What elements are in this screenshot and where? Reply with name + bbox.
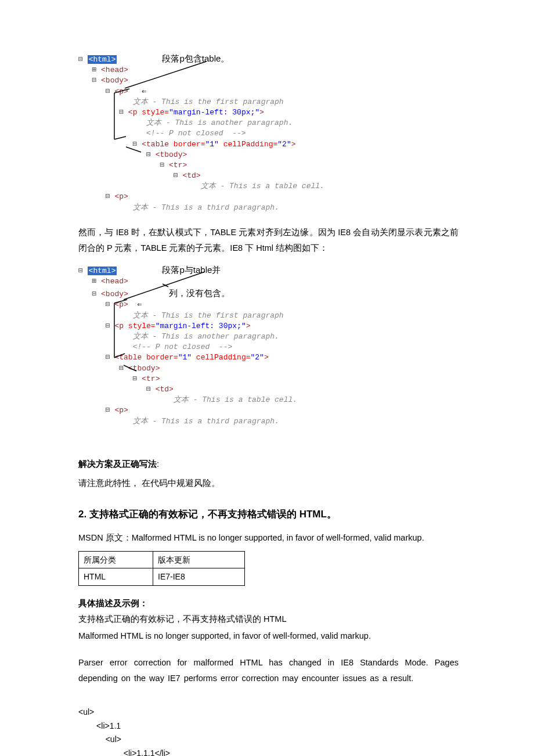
msdn-text: MSDN 原文：Malformed HTML is no longer supp… xyxy=(78,530,459,546)
dom-tree-illustration-1: ⊟ <html> 段落p包含table。 ⊞ <head> ⊟ <body> ⊟… xyxy=(78,52,459,213)
annotation-2b: 列，没有包含。 xyxy=(169,288,230,298)
solution-note: 请注意此特性， 在代码中规避风险。 xyxy=(78,476,459,492)
detail-heading: 具体描述及示例： xyxy=(78,596,459,610)
annotation-2a: 段落p与table并 xyxy=(162,265,221,275)
category-table: 所属分类 版本更新 HTML IE7-IE8 xyxy=(78,551,245,586)
table-header-version: 版本更新 xyxy=(153,552,245,568)
detail-line-1: 支持格式正确的有效标记，不再支持格式错误的 HTML xyxy=(78,611,459,628)
table-row: 所属分类 版本更新 xyxy=(79,552,245,568)
dom-tree-illustration-2: ⊟ <html> 段落p与table并 ⊞ <head> ⊟ <body> 列，… xyxy=(78,264,459,427)
detail-line-2: Malformed HTML is no longer supported, i… xyxy=(78,628,459,645)
paragraph-1: 然而，与 IE8 时，在默认模式下，TABLE 元素对齐到左边缘。因为 IE8 … xyxy=(78,225,459,257)
tag-html: <html> xyxy=(88,55,117,64)
table-header-category: 所属分类 xyxy=(79,552,153,568)
table-row: HTML IE7-IE8 xyxy=(79,568,245,585)
table-cell-version: IE7-IE8 xyxy=(153,568,245,585)
section-2-heading: 2. 支持格式正确的有效标记，不再支持格式错误的 HTML。 xyxy=(78,506,459,522)
solution-heading: 解决方案及正确写法: xyxy=(78,457,459,471)
table-cell-category: HTML xyxy=(79,568,153,585)
detail-line-3: Parser error correction for malformed HT… xyxy=(78,655,459,687)
annotation-1: 段落p包含table。 xyxy=(162,53,229,63)
code-example: <ul> <li>1.1 <ul> <li>1.1.1</li> xyxy=(78,692,459,756)
